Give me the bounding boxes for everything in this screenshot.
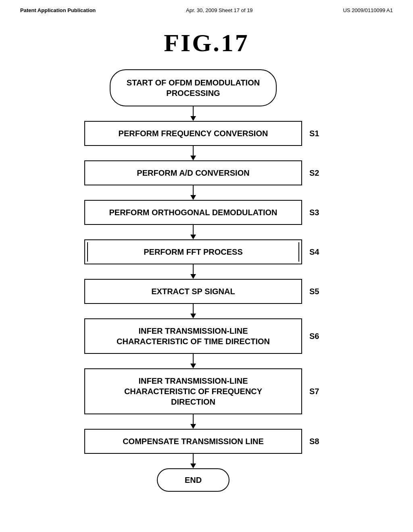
step-s4-row: PERFORM FFT PROCESS S4 [32,239,381,264]
step-s4-label: S4 [309,247,329,257]
step-s2-node: PERFORM A/D CONVERSION [84,160,302,185]
figure-title: FIG.17 [0,17,413,69]
step-s2-label: S2 [309,168,329,178]
step-s3-node: PERFORM ORTHOGONAL DEMODULATION [84,200,302,225]
step-s1-row: PERFORM FREQUENCY CONVERSION S1 [32,121,381,146]
step-s6-label: S6 [309,332,329,341]
arrow-2 [190,185,196,200]
step-s2-row: PERFORM A/D CONVERSION S2 [32,160,381,185]
step-s7-row: INFER TRANSMISSION-LINECHARACTERISTIC OF… [32,368,381,414]
document-header: Patent Application Publication Apr. 30, … [0,0,413,17]
header-left: Patent Application Publication [20,7,96,13]
start-node: START OF OFDM DEMODULATIONPROCESSING [110,69,277,106]
step-s1-node: PERFORM FREQUENCY CONVERSION [84,121,302,146]
flowchart: START OF OFDM DEMODULATIONPROCESSING PER… [0,69,413,508]
step-s6-node: INFER TRANSMISSION-LINECHARACTERISTIC OF… [84,318,302,354]
end-row: END [32,468,381,492]
step-s6-row: INFER TRANSMISSION-LINECHARACTERISTIC OF… [32,318,381,354]
step-s4-node: PERFORM FFT PROCESS [84,239,302,264]
arrow-3 [190,225,196,239]
end-node: END [157,468,229,492]
header-center: Apr. 30, 2009 Sheet 17 of 19 [186,7,253,13]
step-s8-row: COMPENSATE TRANSMISSION LINE S8 [32,429,381,454]
start-row: START OF OFDM DEMODULATIONPROCESSING [32,69,381,106]
step-s3-label: S3 [309,208,329,217]
step-s8-node: COMPENSATE TRANSMISSION LINE [84,429,302,454]
step-s8-label: S8 [309,437,329,446]
step-s3-row: PERFORM ORTHOGONAL DEMODULATION S3 [32,200,381,225]
arrow-5 [190,304,196,318]
step-s1-label: S1 [309,129,329,138]
step-s7-label: S7 [309,387,329,396]
header-right: US 2009/0110099 A1 [343,7,393,13]
arrow-4 [190,264,196,279]
arrow-8 [190,454,196,468]
step-s7-node: INFER TRANSMISSION-LINECHARACTERISTIC OF… [84,368,302,414]
arrow-1 [190,146,196,160]
arrow-6 [190,354,196,368]
step-s5-row: EXTRACT SP SIGNAL S5 [32,279,381,304]
step-s5-node: EXTRACT SP SIGNAL [84,279,302,304]
arrow-0 [190,106,196,121]
arrow-7 [190,414,196,429]
step-s5-label: S5 [309,287,329,296]
